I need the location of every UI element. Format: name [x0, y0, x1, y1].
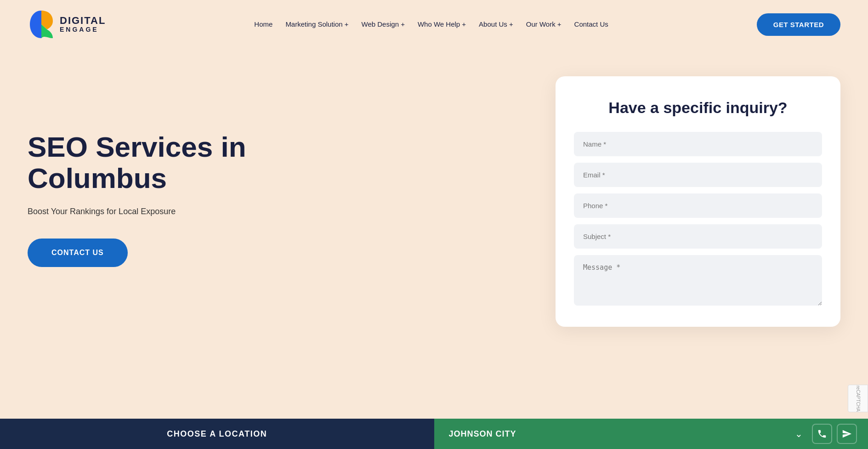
hero-right: Have a specific inquiry? [556, 76, 840, 327]
navbar: DIGITAL ENGAGE Home Marketing Solution +… [0, 0, 868, 49]
choose-location-label: CHOOSE A LOCATION [167, 429, 267, 439]
nav-contactus[interactable]: Contact Us [570, 17, 613, 31]
location-select[interactable]: JOHNSON CITY COLUMBUS NASHVILLE [449, 429, 795, 438]
name-input[interactable] [574, 132, 822, 156]
hero-subtitle: Boost Your Rankings for Local Exposure [28, 207, 294, 216]
message-input[interactable] [574, 255, 822, 306]
logo-digital: DIGITAL [60, 15, 106, 26]
bottom-bar: CHOOSE A LOCATION JOHNSON CITY COLUMBUS … [0, 419, 868, 449]
contact-us-button[interactable]: CONTACT US [28, 239, 128, 267]
recaptcha-badge: reCAPTCHA [848, 385, 868, 412]
nav-marketing[interactable]: Marketing Solution + [281, 17, 353, 31]
bottom-action-icons [812, 424, 857, 444]
get-started-button[interactable]: GET STARTED [757, 13, 840, 36]
nav-webdesign[interactable]: Web Design + [357, 17, 409, 31]
choose-location-panel: CHOOSE A LOCATION [0, 419, 434, 449]
location-panel: JOHNSON CITY COLUMBUS NASHVILLE ⌄ [434, 419, 868, 449]
hero-section: SEO Services in Columbus Boost Your Rank… [0, 49, 868, 426]
logo: DIGITAL ENGAGE [28, 8, 106, 40]
phone-icon [817, 429, 827, 439]
email-input[interactable] [574, 163, 822, 187]
nav-aboutus[interactable]: About Us + [474, 17, 518, 31]
nav-links: Home Marketing Solution + Web Design + W… [250, 20, 613, 28]
inquiry-form-card: Have a specific inquiry? [556, 76, 840, 327]
nav-whowehelp[interactable]: Who We Help + [413, 17, 471, 31]
navigation-icon [842, 429, 852, 439]
logo-text: DIGITAL ENGAGE [60, 15, 106, 34]
logo-icon [28, 8, 55, 40]
hero-left: SEO Services in Columbus Boost Your Rank… [28, 76, 294, 267]
hero-title: SEO Services in Columbus [28, 131, 294, 194]
phone-input[interactable] [574, 193, 822, 218]
logo-engage: ENGAGE [60, 26, 106, 33]
form-heading: Have a specific inquiry? [574, 98, 822, 117]
chevron-down-icon: ⌄ [795, 428, 803, 439]
subject-input[interactable] [574, 224, 822, 249]
nav-home[interactable]: Home [250, 17, 277, 31]
navigation-icon-button[interactable] [837, 424, 857, 444]
nav-ourwork[interactable]: Our Work + [522, 17, 566, 31]
phone-icon-button[interactable] [812, 424, 832, 444]
